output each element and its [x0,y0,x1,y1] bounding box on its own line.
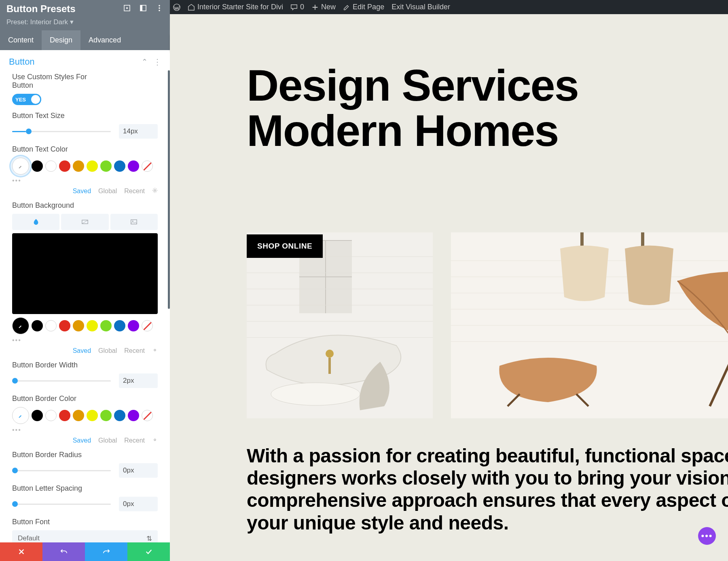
svg-rect-10 [131,220,137,224]
swatch-orange[interactable] [73,410,84,421]
shop-online-button[interactable]: SHOP ONLINE [247,234,323,258]
swatch-none[interactable] [142,410,153,421]
text-size-slider[interactable] [12,131,111,132]
color-tab-recent[interactable]: Recent [124,437,145,444]
site-link[interactable]: Interior Starter Site for Divi [188,3,283,11]
swatch-black[interactable] [32,410,43,421]
swatch-red[interactable] [59,320,70,331]
bg-tab-gradient[interactable] [61,214,108,230]
font-value: Default [18,534,40,542]
color-tab-saved[interactable]: Saved [73,437,91,444]
wp-logo-icon[interactable] [173,4,180,11]
swatch-white[interactable] [45,160,57,172]
tab-content[interactable]: Content [0,30,42,50]
bg-tab-color[interactable] [12,214,59,230]
swatch-none[interactable] [142,160,153,172]
gear-icon[interactable] [152,347,158,354]
color-tab-saved[interactable]: Saved [73,347,91,354]
eyedropper-icon[interactable] [12,407,29,424]
edit-page-link[interactable]: Edit Page [343,3,384,11]
swatch-purple[interactable] [128,160,139,172]
gear-icon[interactable] [152,437,158,444]
exit-builder-link[interactable]: Exit Visual Builder [392,3,450,11]
tab-design[interactable]: Design [42,30,80,50]
interior-image-left [247,232,433,418]
bg-label: Button Background [12,201,158,210]
sidebar-tabs: Content Design Advanced [0,30,170,50]
comments-count: 0 [300,3,304,11]
use-custom-styles-toggle[interactable]: YES [12,94,41,105]
border-radius-input[interactable]: 0px [119,463,158,478]
more-swatches-icon[interactable]: ••• [12,426,158,434]
border-color-swatches [12,407,158,424]
svg-point-25 [271,383,360,405]
letter-spacing-slider[interactable] [12,504,111,505]
expand-icon[interactable] [123,4,131,14]
border-radius-slider[interactable] [12,470,111,471]
svg-point-26 [326,350,334,358]
swatch-green[interactable] [100,160,112,172]
color-tab-global[interactable]: Global [98,188,117,195]
bg-tab-image[interactable] [110,214,158,230]
swatch-green[interactable] [100,320,112,331]
more-icon[interactable] [155,4,163,14]
section-more-icon[interactable]: ⋮ [153,57,161,67]
redo-button[interactable] [85,542,127,561]
border-color-label: Button Border Color [12,394,158,403]
swatch-blue[interactable] [114,160,125,172]
swatch-white[interactable] [45,410,57,421]
tab-advanced[interactable]: Advanced [80,30,129,50]
eyedropper-icon[interactable] [12,317,29,334]
swatch-red[interactable] [59,160,70,172]
gear-icon[interactable] [152,188,158,195]
text-color-label: Button Text Color [12,145,158,154]
swatch-blue[interactable] [114,410,125,421]
swatch-yellow[interactable] [87,320,98,331]
font-select[interactable]: Default⇅ [12,530,158,542]
svg-point-7 [159,10,160,11]
color-tab-recent[interactable]: Recent [124,347,145,354]
swatch-white[interactable] [45,320,57,331]
font-label: Button Font [12,518,158,526]
section-button-title[interactable]: Button [9,57,35,67]
swatch-black[interactable] [32,320,43,331]
color-tab-recent[interactable]: Recent [124,188,145,195]
text-color-swatches [12,158,158,175]
comments-link[interactable]: 0 [290,3,304,11]
swatch-green[interactable] [100,410,112,421]
color-tab-global[interactable]: Global [98,347,117,354]
swatch-red[interactable] [59,410,70,421]
swatch-yellow[interactable] [87,160,98,172]
text-size-input[interactable]: 14px [119,124,158,139]
swatch-blue[interactable] [114,320,125,331]
chevron-up-icon[interactable]: ⌃ [142,57,148,66]
swatch-yellow[interactable] [87,410,98,421]
more-swatches-icon[interactable]: ••• [12,337,158,344]
builder-fab[interactable]: ••• [698,527,716,545]
svg-point-13 [154,439,156,441]
save-button[interactable] [127,542,170,561]
dock-icon[interactable] [139,4,147,14]
wp-admin-bar: Interior Starter Site for Divi 0 New Edi… [170,0,728,14]
chevron-updown-icon: ⇅ [146,534,152,543]
swatch-black[interactable] [32,160,43,172]
undo-button[interactable] [42,542,85,561]
border-width-input[interactable]: 2px [119,373,158,388]
new-link[interactable]: New [311,3,336,11]
swatch-none[interactable] [142,320,153,331]
sidebar-footer [0,542,170,561]
sidebar-header: Button Presets Preset: Interior Dark ▾ C… [0,0,170,50]
swatch-purple[interactable] [128,410,139,421]
more-swatches-icon[interactable]: ••• [12,177,158,184]
letter-spacing-input[interactable]: 0px [119,497,158,511]
color-tab-saved[interactable]: Saved [73,188,91,195]
swatch-orange[interactable] [73,160,84,172]
eyedropper-icon[interactable] [12,158,29,175]
color-tab-global[interactable]: Global [98,437,117,444]
swatch-purple[interactable] [128,320,139,331]
cancel-button[interactable] [0,542,42,561]
bg-color-preview[interactable] [12,233,158,314]
border-width-slider[interactable] [12,380,111,382]
swatch-orange[interactable] [73,320,84,331]
preset-selector[interactable]: Preset: Interior Dark ▾ [0,18,170,30]
